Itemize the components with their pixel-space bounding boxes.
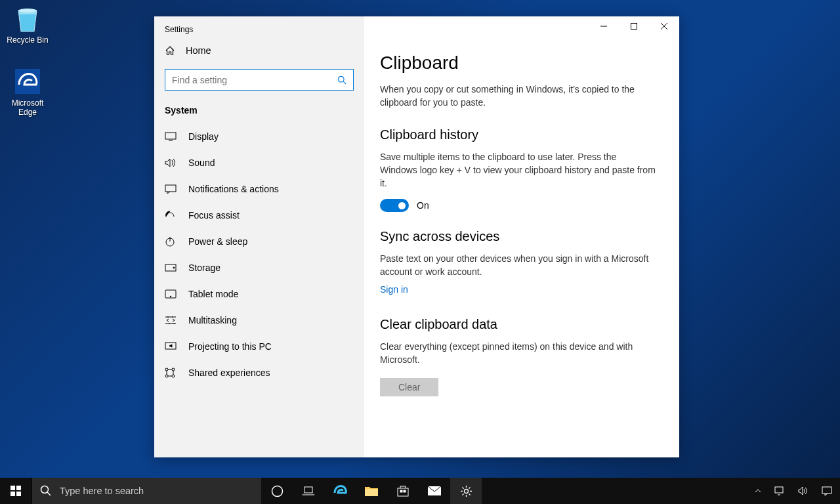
nav-item-label: Storage	[188, 262, 220, 273]
multitasking-icon	[165, 316, 177, 325]
nav-home[interactable]: Home	[154, 37, 364, 64]
tray-volume-icon[interactable]	[795, 486, 811, 495]
nav-item-label: Focus assist	[188, 210, 240, 220]
svg-rect-44	[398, 488, 408, 496]
nav-item-label: Tablet mode	[188, 289, 238, 299]
window-title: Settings	[154, 22, 364, 37]
focus-assist-icon	[165, 210, 177, 220]
svg-rect-43	[365, 489, 378, 496]
nav-item-sound[interactable]: Sound	[154, 150, 364, 176]
system-tray	[747, 478, 840, 504]
svg-point-10	[173, 267, 175, 268]
settings-search-input[interactable]	[172, 75, 337, 85]
settings-content: Clipboard When you copy or cut something…	[364, 16, 679, 457]
search-icon	[40, 485, 52, 497]
svg-line-3	[343, 81, 346, 84]
section-title-clear: Clear clipboard data	[380, 317, 663, 332]
taskbar: Type here to search	[0, 478, 840, 504]
toggle-state-label: On	[417, 200, 429, 211]
section-desc-clear: Clear everything (except pinned items) o…	[380, 340, 656, 366]
start-button[interactable]	[0, 478, 32, 504]
svg-point-2	[338, 76, 344, 82]
page-intro: When you copy or cut something in Window…	[380, 83, 656, 109]
taskbar-apps	[261, 478, 482, 504]
projecting-icon	[165, 342, 177, 351]
power-icon	[165, 236, 177, 247]
svg-point-20	[165, 368, 168, 371]
settings-sidebar: Settings Home System Display Sound	[154, 16, 364, 457]
taskbar-settings[interactable]	[450, 478, 482, 504]
svg-rect-49	[775, 487, 783, 493]
svg-point-36	[41, 486, 49, 494]
svg-point-48	[464, 489, 468, 493]
nav-item-multitasking[interactable]: Multitasking	[154, 307, 364, 333]
svg-rect-45	[400, 490, 402, 492]
svg-point-22	[165, 375, 168, 377]
tray-chevron-up-icon[interactable]	[752, 488, 764, 494]
desktop-icon-recycle-bin[interactable]: Recycle Bin	[3, 3, 52, 45]
svg-rect-35	[16, 492, 21, 496]
nav-item-label: Projecting to this PC	[188, 341, 272, 352]
sidebar-nav-list: Display Sound Notifications & actions Fo…	[154, 123, 364, 457]
window-controls	[589, 16, 679, 36]
nav-item-focus-assist[interactable]: Focus assist	[154, 202, 364, 228]
svg-rect-29	[631, 24, 637, 30]
svg-point-23	[172, 375, 175, 377]
svg-point-21	[172, 368, 175, 371]
shared-icon	[165, 368, 177, 378]
svg-rect-33	[16, 486, 21, 490]
recycle-bin-icon	[12, 3, 43, 34]
svg-rect-51	[822, 487, 831, 494]
storage-icon	[165, 264, 177, 272]
windows-icon	[10, 486, 21, 496]
settings-search[interactable]	[165, 69, 354, 91]
taskbar-cortana[interactable]	[261, 478, 293, 504]
nav-item-notifications[interactable]: Notifications & actions	[154, 176, 364, 202]
section-title-history: Clipboard history	[380, 127, 663, 142]
section-desc-sync: Paste text on your other devices when yo…	[380, 252, 656, 278]
taskbar-file-explorer[interactable]	[356, 478, 387, 504]
edge-icon	[12, 66, 43, 97]
taskbar-task-view[interactable]	[293, 478, 324, 504]
close-button[interactable]	[649, 16, 679, 36]
nav-item-power[interactable]: Power & sleep	[154, 228, 364, 255]
desktop-icon-edge[interactable]: Microsoft Edge	[3, 66, 52, 117]
nav-item-label: Power & sleep	[188, 236, 247, 247]
sign-in-link[interactable]: Sign in	[380, 284, 408, 295]
tablet-icon	[165, 289, 177, 299]
svg-rect-6	[165, 185, 176, 192]
taskbar-mail[interactable]	[419, 478, 450, 504]
nav-item-label: Sound	[188, 158, 215, 168]
svg-rect-34	[10, 492, 15, 496]
nav-item-tablet[interactable]: Tablet mode	[154, 281, 364, 307]
tray-network-icon[interactable]	[772, 486, 788, 495]
taskbar-edge[interactable]	[324, 478, 356, 504]
maximize-button[interactable]	[619, 16, 649, 36]
nav-item-label: Notifications & actions	[188, 184, 279, 194]
settings-window: Settings Home System Display Sound	[154, 16, 679, 457]
clear-button[interactable]: Clear	[380, 378, 438, 396]
nav-item-projecting[interactable]: Projecting to this PC	[154, 333, 364, 360]
sidebar-category: System	[154, 98, 364, 123]
search-icon	[337, 75, 346, 85]
minimize-button[interactable]	[589, 16, 619, 36]
display-icon	[165, 132, 177, 141]
section-desc-history: Save multiple items to the clipboard to …	[380, 150, 656, 190]
nav-item-storage[interactable]: Storage	[154, 255, 364, 281]
svg-point-0	[18, 9, 37, 12]
svg-rect-32	[10, 486, 15, 490]
nav-item-shared[interactable]: Shared experiences	[154, 360, 364, 386]
tray-action-center-icon[interactable]	[819, 486, 835, 496]
notifications-icon	[165, 184, 177, 194]
nav-item-label: Display	[188, 131, 219, 142]
clipboard-history-toggle[interactable]	[380, 199, 409, 212]
nav-home-label: Home	[186, 45, 211, 56]
desktop-icon-label: Recycle Bin	[3, 35, 52, 45]
nav-item-label: Shared experiences	[188, 368, 270, 378]
taskbar-store[interactable]	[387, 478, 419, 504]
nav-item-display[interactable]: Display	[154, 123, 364, 150]
section-title-sync: Sync across devices	[380, 229, 663, 244]
taskbar-search[interactable]: Type here to search	[32, 478, 261, 504]
svg-rect-4	[165, 133, 176, 139]
toggle-row-history: On	[380, 199, 663, 212]
